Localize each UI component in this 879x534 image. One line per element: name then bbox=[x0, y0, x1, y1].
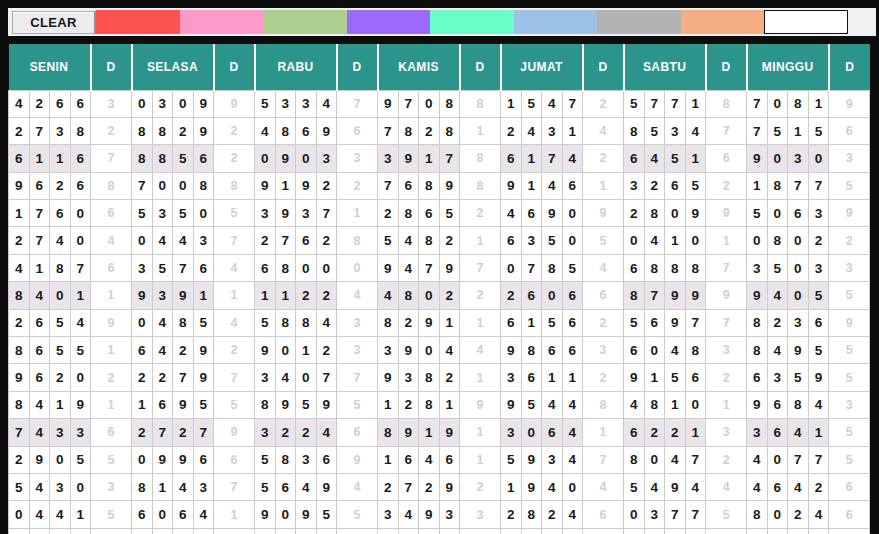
digit-cell[interactable]: 9 bbox=[665, 473, 686, 500]
d-cell[interactable]: 4 bbox=[337, 473, 378, 500]
digit-cell[interactable]: 8 bbox=[665, 254, 686, 281]
d-cell[interactable]: 6 bbox=[91, 200, 132, 227]
d-cell[interactable]: 2 bbox=[583, 309, 624, 336]
digit-cell[interactable]: 5 bbox=[50, 337, 71, 364]
digit-cell[interactable]: 0 bbox=[419, 337, 440, 364]
d-cell[interactable]: 9 bbox=[829, 309, 870, 336]
digit-cell[interactable]: 3 bbox=[275, 90, 296, 117]
digit-cell[interactable]: 3 bbox=[316, 145, 337, 172]
digit-cell[interactable]: 0 bbox=[767, 501, 788, 528]
digit-cell[interactable]: 9 bbox=[173, 391, 194, 418]
digit-cell[interactable]: 2 bbox=[9, 227, 30, 254]
digit-cell[interactable]: 0 bbox=[173, 90, 194, 117]
digit-cell[interactable]: 9 bbox=[685, 282, 706, 309]
d-cell[interactable]: 2 bbox=[583, 145, 624, 172]
digit-cell[interactable]: 1 bbox=[685, 145, 706, 172]
digit-cell[interactable]: 8 bbox=[152, 145, 173, 172]
digit-cell[interactable]: 5 bbox=[173, 200, 194, 227]
digit-cell[interactable]: 1 bbox=[296, 337, 317, 364]
digit-cell[interactable]: 5 bbox=[685, 172, 706, 199]
d-cell[interactable]: 2 bbox=[460, 282, 501, 309]
digit-cell[interactable]: 8 bbox=[624, 117, 645, 144]
digit-cell[interactable]: 1 bbox=[439, 309, 460, 336]
digit-cell[interactable]: 2 bbox=[808, 227, 829, 254]
digit-cell[interactable]: 4 bbox=[9, 254, 30, 281]
d-cell[interactable]: 2 bbox=[337, 172, 378, 199]
digit-cell[interactable]: 2 bbox=[255, 227, 276, 254]
d-cell[interactable]: 9 bbox=[460, 391, 501, 418]
digit-cell[interactable]: 8 bbox=[521, 501, 542, 528]
digit-cell[interactable]: 4 bbox=[398, 501, 419, 528]
digit-cell[interactable]: 4 bbox=[316, 419, 337, 446]
digit-cell[interactable]: 7 bbox=[685, 446, 706, 473]
digit-cell[interactable]: 2 bbox=[296, 282, 317, 309]
digit-cell[interactable]: 0 bbox=[767, 90, 788, 117]
digit-cell[interactable]: 6 bbox=[419, 200, 440, 227]
d-cell[interactable]: 8 bbox=[214, 172, 255, 199]
d-cell[interactable]: 3 bbox=[829, 145, 870, 172]
digit-cell[interactable]: 5 bbox=[296, 391, 317, 418]
d-cell[interactable]: 4 bbox=[337, 282, 378, 309]
digit-cell[interactable]: 4 bbox=[70, 309, 91, 336]
d-cell[interactable]: 6 bbox=[583, 282, 624, 309]
digit-cell[interactable]: 4 bbox=[747, 473, 768, 500]
digit-cell[interactable]: 9 bbox=[275, 391, 296, 418]
d-cell[interactable]: 6 bbox=[829, 117, 870, 144]
digit-cell[interactable]: 6 bbox=[624, 337, 645, 364]
digit-cell[interactable]: 4 bbox=[50, 227, 71, 254]
digit-cell[interactable]: 9 bbox=[685, 200, 706, 227]
d-cell[interactable]: 7 bbox=[706, 309, 747, 336]
digit-cell[interactable]: 1 bbox=[808, 90, 829, 117]
d-cell[interactable]: 7 bbox=[214, 227, 255, 254]
d-cell[interactable]: 6 bbox=[337, 419, 378, 446]
digit-cell[interactable]: 2 bbox=[501, 501, 522, 528]
d-cell[interactable]: 2 bbox=[460, 473, 501, 500]
digit-cell[interactable]: 2 bbox=[501, 117, 522, 144]
digit-cell[interactable]: 1 bbox=[275, 282, 296, 309]
digit-cell[interactable]: 3 bbox=[808, 200, 829, 227]
digit-cell[interactable]: 9 bbox=[316, 473, 337, 500]
digit-cell[interactable]: 7 bbox=[542, 145, 563, 172]
digit-cell[interactable]: 5 bbox=[767, 254, 788, 281]
digit-cell[interactable]: 4 bbox=[542, 391, 563, 418]
digit-cell[interactable]: 8 bbox=[644, 391, 665, 418]
digit-cell[interactable]: 0 bbox=[808, 145, 829, 172]
digit-cell[interactable]: 5 bbox=[624, 473, 645, 500]
digit-cell[interactable]: 4 bbox=[173, 227, 194, 254]
digit-cell[interactable]: 2 bbox=[29, 90, 50, 117]
digit-cell[interactable]: 2 bbox=[419, 117, 440, 144]
digit-cell[interactable]: 0 bbox=[685, 391, 706, 418]
d-cell[interactable]: 1 bbox=[460, 446, 501, 473]
digit-cell[interactable]: 0 bbox=[624, 227, 645, 254]
digit-cell[interactable]: 2 bbox=[50, 172, 71, 199]
digit-cell[interactable]: 4 bbox=[316, 90, 337, 117]
digit-cell[interactable]: 1 bbox=[562, 364, 583, 391]
digit-cell[interactable]: 9 bbox=[255, 501, 276, 528]
digit-cell[interactable]: 6 bbox=[152, 391, 173, 418]
digit-cell[interactable]: 2 bbox=[439, 227, 460, 254]
d-cell[interactable]: 4 bbox=[214, 309, 255, 336]
digit-cell[interactable]: 2 bbox=[808, 473, 829, 500]
digit-cell[interactable]: 8 bbox=[644, 200, 665, 227]
digit-cell[interactable]: 9 bbox=[439, 473, 460, 500]
digit-cell[interactable]: 5 bbox=[255, 473, 276, 500]
digit-cell[interactable]: 8 bbox=[419, 364, 440, 391]
digit-cell[interactable]: 8 bbox=[132, 473, 153, 500]
d-cell[interactable]: 5 bbox=[829, 337, 870, 364]
digit-cell[interactable]: 4 bbox=[173, 473, 194, 500]
d-cell[interactable]: 5 bbox=[91, 446, 132, 473]
digit-cell[interactable]: 1 bbox=[419, 145, 440, 172]
digit-cell[interactable]: 3 bbox=[747, 254, 768, 281]
digit-cell[interactable]: 4 bbox=[501, 200, 522, 227]
digit-cell[interactable]: 6 bbox=[767, 419, 788, 446]
digit-cell[interactable]: 7 bbox=[193, 419, 214, 446]
digit-cell[interactable]: 3 bbox=[296, 200, 317, 227]
digit-cell[interactable]: 8 bbox=[70, 117, 91, 144]
digit-cell[interactable]: 8 bbox=[747, 501, 768, 528]
digit-cell[interactable]: 1 bbox=[378, 446, 399, 473]
digit-cell[interactable]: 5 bbox=[788, 364, 809, 391]
digit-cell[interactable]: 0 bbox=[132, 309, 153, 336]
digit-cell[interactable]: 8 bbox=[9, 391, 30, 418]
digit-cell[interactable]: 4 bbox=[29, 391, 50, 418]
digit-cell[interactable]: 9 bbox=[788, 337, 809, 364]
